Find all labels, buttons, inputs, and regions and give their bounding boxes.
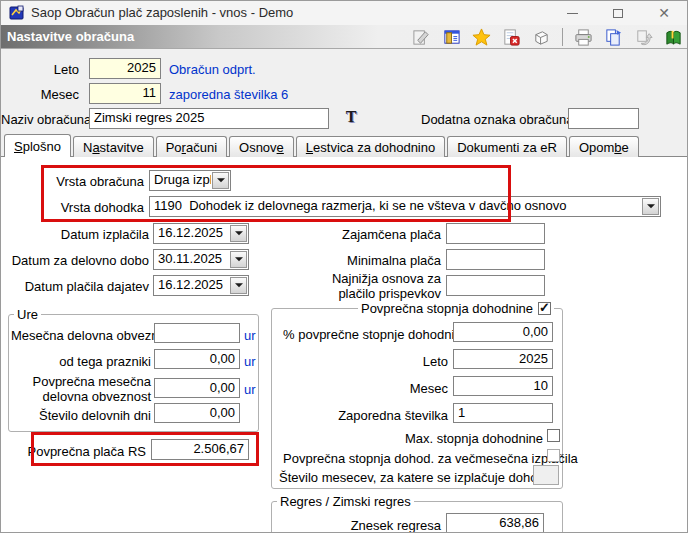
leto-label: Leto [21, 62, 79, 77]
app-icon [9, 5, 25, 21]
naziv-field[interactable]: Zimski regres 2025 [89, 108, 329, 129]
datum-dajatev-field[interactable]: 16.12.2025 [153, 275, 249, 296]
chevron-down-icon[interactable] [230, 225, 247, 242]
minimize-button[interactable] [549, 1, 595, 25]
tab-dokumenti[interactable]: Dokumenti za eR [447, 136, 567, 157]
znesek-regresa-field[interactable]: 638,86 [446, 513, 544, 533]
dodatna-oznaka-field[interactable] [568, 108, 639, 129]
povprecna-obveznost-label: Povprečna mesečna delovna obveznost [11, 374, 151, 404]
pct-dohodnine-label: % povprečne stopnje dohodnine [283, 327, 448, 342]
title-bar: Saop Obračun plač zaposlenih - vnos - De… [1, 1, 687, 25]
minimize-icon [567, 13, 578, 14]
datum-izplacila-field[interactable]: 16.12.2025 [153, 223, 249, 244]
tab-lestvica[interactable]: Lestvica za dohodnino [296, 136, 445, 157]
obracun-status: Obračun odprt. [169, 62, 256, 77]
st-mesecev-field [533, 465, 559, 485]
dohodnina-mesec-field[interactable]: 10 [453, 376, 553, 396]
print-icon[interactable] [574, 28, 593, 47]
tab-nastavitve[interactable]: Nastavitve [73, 136, 154, 157]
header-bar: Nastavitve obračuna [1, 25, 687, 49]
tab-poracuni[interactable]: Poračuni [156, 136, 227, 157]
delovni-dnevi-label: Število delovnih dni [11, 408, 151, 423]
vecmesecna-checkbox[interactable] [547, 449, 560, 462]
tab-bar: Splošno Nastavitve Poračuni Osnove Lestv… [4, 134, 639, 157]
star-icon[interactable] [472, 28, 491, 47]
zaporedna-stevilka-label: Zaporedna številka [283, 408, 448, 423]
datum-izplacila-label: Datum izplačila [29, 227, 149, 242]
page-title: Nastavitve obračuna [7, 29, 134, 44]
vrsta-obracuna-select[interactable]: Druga izplačila [149, 170, 231, 191]
close-button[interactable]: ✕ [641, 1, 687, 25]
close-icon: ✕ [658, 6, 670, 20]
znesek-regresa-label: Znesek regresa [321, 518, 441, 533]
chevron-down-icon[interactable] [642, 198, 659, 215]
toolbar [412, 26, 683, 48]
najnizja-field[interactable] [446, 275, 545, 296]
tab-splosno[interactable]: Splošno [4, 134, 71, 157]
minimalna-label: Minimalna plača [331, 253, 441, 268]
vecmesecna-label: Povprečna stopnja dohod. za večmesečna i… [283, 451, 543, 466]
regres-group-title: Regres / Zimski regres [277, 494, 414, 509]
chevron-down-icon[interactable] [230, 251, 247, 268]
pct-dohodnine-field[interactable]: 0,00 [453, 322, 553, 342]
delovni-dnevi-field[interactable]: 0,00 [154, 403, 240, 423]
zajamcena-field[interactable] [446, 223, 545, 244]
dohodnina-checkbox[interactable] [538, 302, 551, 315]
dohodnina-mesec-label: Mesec [283, 381, 448, 396]
zajamcena-label: Zajamčena plača [331, 227, 441, 242]
edit-icon[interactable] [412, 28, 431, 47]
book-icon[interactable] [664, 28, 683, 47]
minimalna-field[interactable] [446, 249, 545, 270]
vrsta-dohodka-select[interactable]: 1190 Dohodek iz delovnega razmerja, ki s… [149, 196, 661, 217]
dohodnina-group-title: Povprečna stopnja dohodnine [358, 301, 554, 316]
ure-group-title: Ure [14, 307, 41, 322]
maximize-button[interactable] [595, 1, 641, 25]
datum-delovno-label: Datum za delovno dobo [9, 253, 149, 268]
ur-unit-label: ur [244, 328, 256, 343]
st-mesecev-label: Število mesecev, za katere se izplačuje … [279, 470, 529, 485]
font-icon[interactable] [342, 108, 360, 126]
leto-field[interactable]: 2025 [89, 58, 161, 79]
prazniki-field[interactable]: 0,00 [154, 349, 240, 369]
zaporedna-status: zaporedna številka 6 [169, 87, 288, 102]
cube-icon[interactable] [532, 28, 551, 47]
vrsta-obracuna-label: Vrsta obračuna [44, 174, 144, 189]
tab-opombe[interactable]: Opombe [569, 136, 639, 157]
vrsta-dohodka-label: Vrsta dohodka [44, 200, 144, 215]
ur-unit-label: ur [244, 354, 256, 369]
povprecna-obveznost-field[interactable]: 0,00 [154, 378, 240, 398]
dohodnina-leto-field[interactable]: 2025 [453, 349, 553, 369]
povprecna-placa-label: Povprečna plača RS [26, 444, 146, 459]
chevron-down-icon[interactable] [212, 172, 229, 189]
najnizja-label: Najnižja osnova za plačilo prispevkov [331, 271, 441, 301]
mesecna-obveznost-label: Mesečna delovna obveznost [11, 328, 151, 343]
mesec-label: Mesec [21, 87, 79, 102]
naziv-label: Naziv obračuna [1, 112, 83, 127]
copy-icon[interactable] [604, 28, 623, 47]
tab-osnove[interactable]: Osnove [229, 136, 294, 157]
dohodnina-leto-label: Leto [283, 354, 448, 369]
app-window: Saop Obračun plač zaposlenih - vnos - De… [0, 0, 688, 533]
max-stopnja-label: Max. stopnja dohodnine [403, 431, 543, 446]
delete-document-icon[interactable] [502, 28, 521, 47]
maximize-icon [613, 9, 623, 18]
povprecna-placa-field[interactable]: 2.506,67 [151, 439, 249, 460]
datum-dajatev-label: Datum plačila dajatev [19, 279, 149, 294]
mesec-field[interactable]: 11 [89, 83, 161, 104]
ur-unit-label: ur [244, 382, 256, 397]
dodatna-oznaka-label: Dodatna oznaka obračuna [421, 112, 564, 127]
mesecna-obveznost-field[interactable] [154, 323, 240, 343]
chevron-down-icon[interactable] [230, 277, 247, 294]
datum-delovno-field[interactable]: 30.11.2025 [153, 249, 249, 270]
zaporedna-stevilka-field[interactable]: 1 [453, 403, 553, 423]
prazniki-label: od tega prazniki [11, 354, 151, 369]
toolbar-separator [562, 28, 563, 46]
window-title: Saop Obračun plač zaposlenih - vnos - De… [31, 5, 293, 20]
send-icon[interactable] [634, 28, 653, 47]
records-icon[interactable] [442, 28, 461, 47]
max-stopnja-checkbox[interactable] [547, 429, 560, 442]
